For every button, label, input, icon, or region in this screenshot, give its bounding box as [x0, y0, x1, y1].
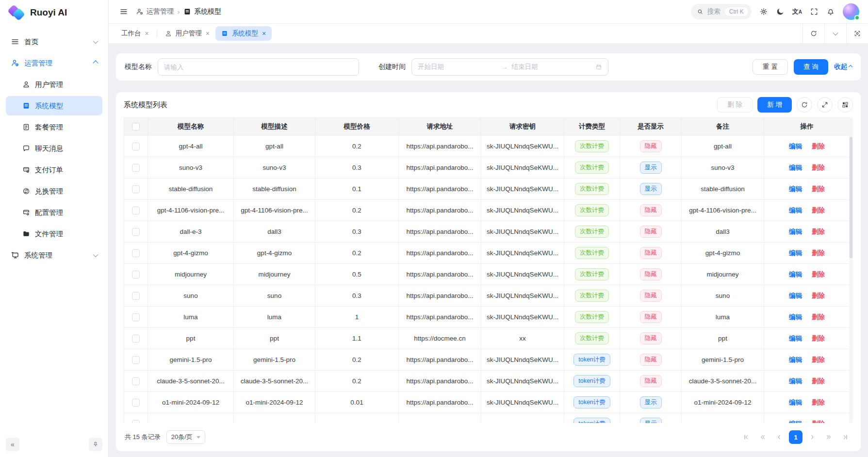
pagination-first-button[interactable]: [739, 430, 753, 444]
delete-link[interactable]: 删除: [812, 185, 825, 193]
row-checkbox[interactable]: [132, 377, 140, 385]
row-checkbox[interactable]: [132, 313, 140, 321]
breadcrumb-parent[interactable]: 运营管理: [136, 7, 174, 16]
first-page-icon: [743, 434, 750, 441]
add-button[interactable]: 新增: [757, 97, 792, 113]
tab-options-button[interactable]: [824, 24, 846, 43]
sidebar-item-config[interactable]: 配置管理: [6, 203, 102, 222]
sidebar-item-users[interactable]: 用户管理: [6, 75, 102, 94]
edit-link[interactable]: 编辑: [789, 185, 802, 193]
tab-workbench[interactable]: 工作台 ×: [115, 26, 155, 41]
table-scrollbar[interactable]: [849, 117, 853, 423]
breadcrumb-separator: ›: [178, 8, 180, 16]
date-range-picker[interactable]: 开始日期 → 结束日期: [411, 58, 608, 76]
row-checkbox[interactable]: [132, 292, 140, 300]
edit-link[interactable]: 编辑: [789, 399, 802, 406]
delete-link[interactable]: 删除: [812, 313, 825, 321]
row-checkbox[interactable]: [132, 164, 140, 172]
reset-button[interactable]: 重置: [753, 59, 788, 75]
edit-link[interactable]: 编辑: [789, 228, 802, 235]
edit-link[interactable]: 编辑: [789, 313, 802, 321]
row-checkbox[interactable]: [132, 185, 140, 193]
tab-users[interactable]: 用户管理 ×: [159, 26, 215, 41]
cell-request-url: https://api.pandarobo...: [399, 371, 481, 392]
delete-link[interactable]: 删除: [812, 292, 825, 299]
edit-link[interactable]: 编辑: [789, 143, 802, 150]
columns-icon: [841, 101, 849, 109]
sidebar-item-home[interactable]: 首页: [6, 32, 102, 51]
translate-icon[interactable]: 文A: [792, 7, 802, 16]
maximize-content-button[interactable]: [846, 24, 868, 43]
delete-link[interactable]: 删除: [812, 335, 825, 342]
row-checkbox[interactable]: [132, 271, 140, 278]
gear-icon[interactable]: [759, 7, 768, 16]
pagination-page-1[interactable]: 1: [789, 430, 802, 444]
row-checkbox[interactable]: [132, 420, 140, 423]
global-search[interactable]: 搜索 Ctrl K: [691, 4, 752, 19]
breadcrumb-current[interactable]: 系统模型: [183, 7, 221, 16]
sidebar-item-chat[interactable]: 聊天消息: [6, 139, 102, 158]
close-icon[interactable]: ×: [206, 30, 210, 37]
delete-link[interactable]: 删除: [812, 377, 825, 385]
row-checkbox[interactable]: [132, 249, 140, 257]
refresh-table-button[interactable]: [797, 97, 812, 113]
page-size-select[interactable]: 20条/页: [166, 430, 205, 444]
delete-link[interactable]: 删除: [812, 399, 825, 406]
sidebar-item-system[interactable]: 系统管理: [6, 245, 102, 265]
edit-link[interactable]: 编辑: [789, 271, 802, 278]
bell-icon[interactable]: [826, 7, 835, 16]
delete-link[interactable]: 删除: [812, 356, 825, 363]
edit-link[interactable]: 编辑: [789, 164, 802, 171]
row-checkbox[interactable]: [132, 356, 140, 364]
refresh-tab-button[interactable]: [802, 24, 824, 43]
sidebar-item-packages[interactable]: 套餐管理: [6, 117, 102, 137]
edit-link[interactable]: 编辑: [789, 292, 802, 299]
edit-link[interactable]: 编辑: [789, 335, 802, 342]
collapse-sidebar-button[interactable]: «: [6, 438, 19, 451]
pagination-prev-jump-button[interactable]: [756, 430, 770, 444]
search-button[interactable]: 查询: [794, 59, 828, 75]
row-checkbox[interactable]: [132, 207, 140, 214]
scrollbar-thumb[interactable]: [850, 137, 852, 258]
row-checkbox[interactable]: [132, 228, 140, 236]
delete-link[interactable]: 删除: [812, 271, 825, 278]
fullscreen-icon[interactable]: [810, 7, 819, 16]
close-icon[interactable]: ×: [145, 30, 149, 37]
cell-model-desc: stable-diffusion: [234, 179, 315, 200]
avatar[interactable]: [843, 3, 859, 20]
edit-link[interactable]: 编辑: [789, 249, 802, 257]
select-all-checkbox[interactable]: [132, 123, 140, 131]
moon-icon[interactable]: [776, 7, 785, 16]
delete-button[interactable]: 删除: [717, 97, 753, 113]
model-name-input[interactable]: [158, 58, 359, 76]
pagination-next-jump-button[interactable]: [822, 430, 835, 444]
column-settings-button[interactable]: [837, 97, 853, 113]
delete-link[interactable]: 删除: [812, 143, 825, 150]
collapse-filter-link[interactable]: 收起: [834, 63, 852, 71]
sidebar-item-exchange[interactable]: 兑换管理: [6, 181, 102, 201]
close-icon[interactable]: ×: [262, 30, 266, 37]
delete-link[interactable]: 删除: [812, 207, 825, 214]
edit-link[interactable]: 编辑: [789, 207, 802, 214]
tab-models[interactable]: 系统模型 ×: [215, 26, 272, 41]
sidebar-item-models[interactable]: 系统模型: [6, 96, 102, 115]
pagination-last-button[interactable]: [838, 430, 852, 444]
sidebar-item-operations[interactable]: 运营管理: [6, 53, 102, 73]
delete-link[interactable]: 删除: [812, 228, 825, 235]
hamburger-icon[interactable]: [119, 7, 128, 16]
row-checkbox[interactable]: [132, 335, 140, 343]
edit-link[interactable]: 编辑: [789, 420, 802, 424]
edit-link[interactable]: 编辑: [789, 377, 802, 385]
delete-link[interactable]: 删除: [812, 249, 825, 257]
delete-link[interactable]: 删除: [812, 420, 825, 424]
pagination-next-button[interactable]: [805, 430, 819, 444]
pagination-prev-button[interactable]: [772, 430, 786, 444]
sidebar-item-orders[interactable]: 支付订单: [6, 160, 102, 180]
expand-table-button[interactable]: [817, 97, 833, 113]
sidebar-item-files[interactable]: 文件管理: [6, 224, 102, 244]
pin-sidebar-button[interactable]: [89, 438, 102, 451]
delete-link[interactable]: 删除: [812, 164, 825, 171]
row-checkbox[interactable]: [132, 399, 140, 407]
edit-link[interactable]: 编辑: [789, 356, 802, 363]
row-checkbox[interactable]: [132, 143, 140, 150]
